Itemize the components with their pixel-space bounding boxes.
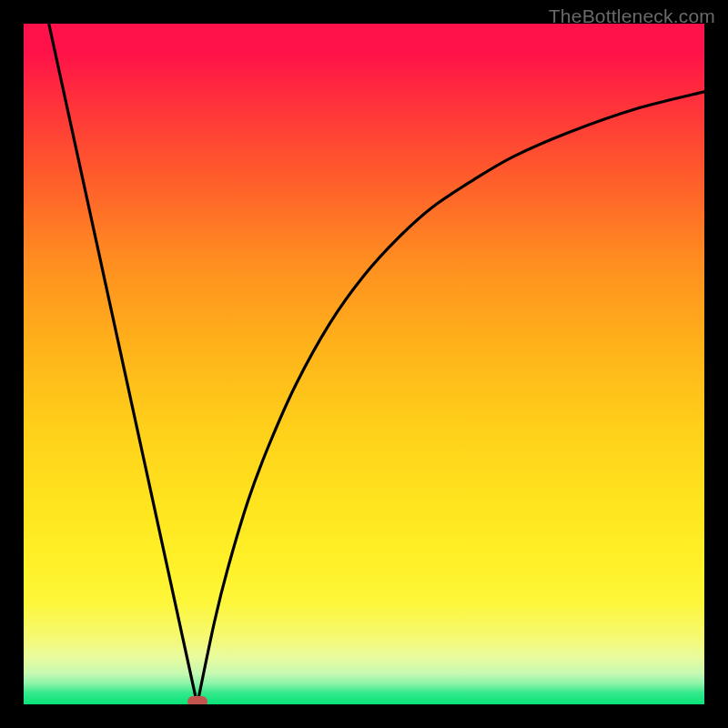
chart-frame: TheBottleneck.com bbox=[0, 0, 728, 728]
watermark-text: TheBottleneck.com bbox=[549, 5, 715, 27]
minimum-marker bbox=[187, 696, 207, 704]
plot-area bbox=[24, 24, 704, 704]
bottleneck-curve bbox=[24, 24, 704, 704]
